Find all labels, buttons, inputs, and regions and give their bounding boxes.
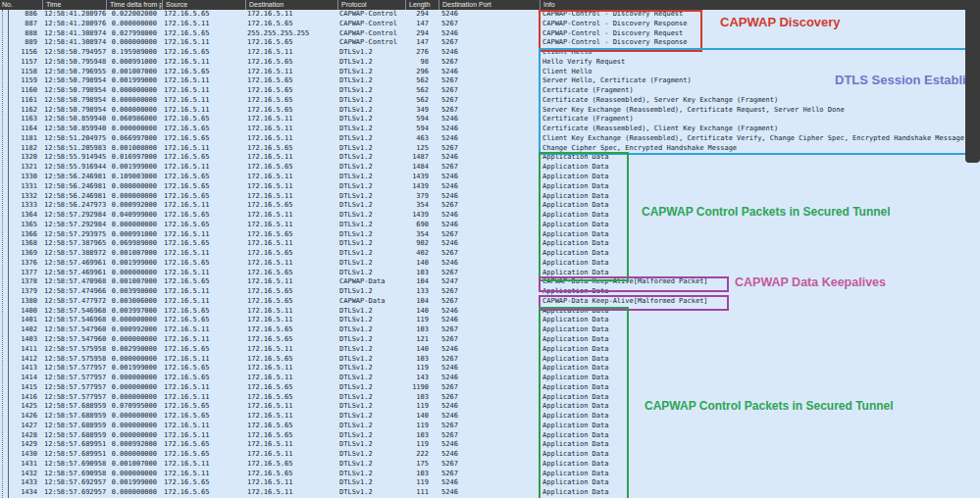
cell-time-delta: 0.000000000 [98, 355, 157, 365]
cell-source: 172.16.5.11 [164, 325, 209, 335]
cell-destination: 172.16.5.65 [247, 201, 292, 211]
packet-row[interactable]: 1365 12:58:57.292984 0.000000000 172.16.… [0, 221, 980, 230]
cell-destination-port: 5246 [441, 316, 458, 325]
packet-row[interactable]: 1403 12:58:57.547960 0.000000000 172.16.… [0, 335, 980, 345]
cell-source: 172.16.5.11 [164, 230, 209, 240]
cell-no: 1320 [6, 153, 37, 163]
packet-row[interactable]: 1433 12:58:57.692957 0.001999000 172.16.… [0, 478, 980, 488]
cell-no: 1403 [6, 335, 37, 345]
packet-row[interactable]: 1366 12:58:57.293975 0.000991000 172.16.… [0, 230, 980, 240]
packet-row[interactable]: 1320 12:58:55.914945 0.016997000 172.16.… [0, 153, 980, 163]
cell-info: Certificate (Reassembled), Server Key Ex… [542, 96, 778, 106]
column-header-no[interactable]: No. [0, 0, 13, 10]
cell-time: 12:58:50.796955 [44, 68, 106, 77]
cell-destination-port: 5246 [441, 182, 458, 192]
cell-source: 172.16.5.11 [164, 355, 209, 365]
column-header-source[interactable]: Source [162, 0, 187, 10]
packet-row[interactable]: 1156 12:58:50.794957 0.195989000 172.16.… [0, 48, 980, 58]
cell-destination-port: 5267 [441, 297, 458, 307]
column-header-destination-port[interactable]: Destination Port [438, 0, 491, 10]
cell-time-delta: 0.000000000 [98, 470, 157, 479]
packet-row[interactable]: 1332 12:58:56.246981 0.000000000 172.16.… [0, 192, 980, 202]
cell-info: Application Data [542, 153, 608, 163]
packet-row[interactable]: 1380 12:58:57.477972 0.003006000 172.16.… [0, 297, 980, 307]
cell-info: CAPWAP-Data Keep-Alive[Malformed Packet] [542, 297, 708, 307]
packet-row[interactable]: 1401 12:58:57.546968 0.000000000 172.16.… [0, 316, 980, 325]
packet-row[interactable]: 1426 12:58:57.688959 0.000000000 172.16.… [0, 412, 980, 422]
packet-row[interactable]: 1402 12:58:57.547960 0.000992000 172.16.… [0, 325, 980, 335]
packet-row[interactable]: 1331 12:58:56.246981 0.000000000 172.16.… [0, 182, 980, 192]
vertical-scrollbar-thumb[interactable] [965, 0, 980, 163]
column-header-protocol[interactable]: Protocol [337, 0, 367, 10]
packet-row[interactable]: 1159 12:58:50.798954 0.001999000 172.16.… [0, 76, 980, 86]
cell-length: 594 [387, 115, 429, 124]
packet-row[interactable]: 1368 12:58:57.387965 0.069989000 172.16.… [0, 239, 980, 249]
packet-row[interactable]: 1431 12:58:57.690958 0.001007000 172.16.… [0, 460, 980, 470]
cell-info: Application Data [542, 201, 608, 211]
cell-source: 172.16.5.11 [164, 297, 209, 307]
capwap-control-tunnel-label-1: CAPWAP Control Packets in Secured Tunnel [642, 205, 891, 219]
packet-row[interactable]: 1164 12:58:50.859940 0.000000000 172.16.… [0, 124, 980, 134]
packet-row[interactable]: 1158 12:58:50.796955 0.001007000 172.16.… [0, 68, 980, 77]
cell-source: 172.16.5.65 [164, 48, 209, 58]
packet-row[interactable]: 1429 12:58:57.689951 0.000992000 172.16.… [0, 440, 980, 450]
packet-row[interactable]: 1376 12:58:57.469961 0.001999000 172.16.… [0, 259, 980, 269]
cell-no: 1164 [6, 124, 37, 134]
packet-row[interactable]: 1182 12:58:51.205983 0.001008000 172.16.… [0, 144, 980, 154]
packet-row[interactable]: 1430 12:58:57.689951 0.000000000 172.16.… [0, 450, 980, 460]
column-header-destination[interactable]: Destination [245, 0, 284, 10]
packet-row[interactable]: 888 12:58:41.308974 0.027998000 172.16.5… [0, 29, 980, 39]
column-header-length[interactable]: Length [405, 0, 430, 10]
cell-info: Application Data [542, 460, 608, 470]
packet-row[interactable]: 1162 12:58:50.798954 0.000000000 172.16.… [0, 106, 980, 116]
packet-row[interactable]: 1412 12:58:57.575958 0.000000000 172.16.… [0, 355, 980, 365]
cell-protocol: DTLSv1.2 [339, 163, 373, 173]
cell-source: 172.16.5.11 [164, 38, 209, 48]
packet-row[interactable]: 1415 12:58:57.577957 0.000000000 172.16.… [0, 383, 980, 393]
cell-time: 12:58:57.577957 [44, 364, 106, 374]
cell-no: 1431 [6, 460, 37, 470]
packet-row[interactable]: 1434 12:58:57.692957 0.000000000 172.16.… [0, 488, 980, 498]
packet-row[interactable]: 1161 12:58:50.798954 0.000000000 172.16.… [0, 96, 980, 106]
cell-protocol: DTLSv1.2 [339, 402, 373, 412]
cell-protocol: DTLSv1.2 [339, 259, 373, 269]
packet-row[interactable]: 1414 12:58:57.577957 0.000000000 172.16.… [0, 374, 980, 383]
packet-row[interactable]: 1369 12:58:57.388972 0.001007000 172.16.… [0, 249, 980, 259]
packet-row[interactable]: 1330 12:58:56.246981 0.109003000 172.16.… [0, 173, 980, 182]
cell-protocol: DTLSv1.2 [339, 287, 373, 297]
cell-no: 1181 [6, 134, 37, 144]
column-header-time-delta[interactable]: Time delta from p [106, 0, 163, 10]
cell-protocol: DTLSv1.2 [339, 96, 373, 106]
packet-row[interactable]: 1428 12:58:57.688959 0.000000000 172.16.… [0, 431, 980, 441]
cell-protocol: CAPWAP-Data [339, 277, 385, 287]
packet-row[interactable]: 1321 12:58:55.916944 0.001999000 172.16.… [0, 163, 980, 173]
column-header-time[interactable]: Time [42, 0, 61, 10]
packet-row[interactable]: 1411 12:58:57.575958 0.002990000 172.16.… [0, 345, 980, 355]
packet-row[interactable]: 1157 12:58:50.795948 0.000991000 172.16.… [0, 58, 980, 68]
cell-no: 1368 [6, 239, 37, 249]
packet-row[interactable]: 889 12:58:41.308974 0.000000000 172.16.5… [0, 38, 980, 48]
cell-protocol: DTLSv1.2 [339, 307, 373, 317]
cell-no: 1432 [6, 470, 37, 479]
packet-row[interactable]: 1432 12:58:57.690958 0.000000000 172.16.… [0, 470, 980, 479]
cell-time-delta: 0.002990000 [98, 345, 157, 355]
packet-row[interactable]: 1400 12:58:57.546968 0.003997000 172.16.… [0, 307, 980, 317]
cell-time-delta: 0.000000000 [98, 182, 157, 192]
packet-row[interactable]: 1163 12:58:50.859940 0.060986000 172.16.… [0, 115, 980, 124]
cell-source: 172.16.5.65 [164, 10, 209, 20]
cell-time: 12:58:57.577957 [44, 393, 106, 403]
column-header-info[interactable]: Info [540, 0, 555, 10]
cell-destination-port: 5246 [441, 239, 458, 249]
cell-protocol: DTLSv1.2 [339, 488, 373, 498]
cell-source: 172.16.5.11 [164, 201, 209, 211]
cell-time-delta: 0.000000000 [98, 431, 157, 441]
packet-row[interactable]: 1181 12:58:51.204975 0.066997000 172.16.… [0, 134, 980, 144]
cell-time-delta: 0.001999000 [98, 163, 157, 173]
packet-row[interactable]: 1427 12:58:57.688959 0.000000000 172.16.… [0, 422, 980, 431]
cell-time: 12:58:57.692957 [44, 488, 106, 498]
cell-protocol: DTLSv1.2 [339, 393, 373, 403]
packet-row[interactable]: 1160 12:58:50.798954 0.000000000 172.16.… [0, 86, 980, 96]
cell-destination: 172.16.5.65 [247, 393, 292, 403]
cell-time: 12:58:57.546968 [44, 316, 106, 325]
packet-row[interactable]: 1413 12:58:57.577957 0.001999000 172.16.… [0, 364, 980, 374]
